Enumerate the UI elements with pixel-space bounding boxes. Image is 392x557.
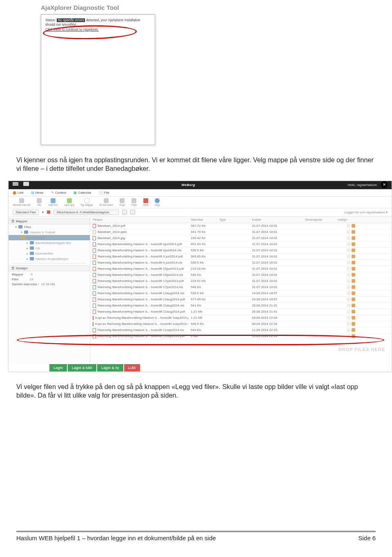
col-type[interactable]: Type: [217, 217, 249, 223]
tree-club[interactable]: ▾Haslum IL Fotball: [9, 230, 90, 235]
col-size[interactable]: Størrelse: [188, 217, 217, 223]
action-icon[interactable]: [352, 334, 355, 338]
action-icon[interactable]: [352, 304, 355, 307]
close-icon[interactable]: ✕: [381, 181, 388, 188]
table-row[interactable]: Kopi av Rannveig Banefordeling Haslum IL…: [90, 315, 392, 321]
tree-child-1[interactable]: ▸Banefotballutvalgets filer: [9, 240, 90, 246]
tb-upload[interactable]: Last opp: [64, 198, 74, 206]
save-button[interactable]: Lagre: [49, 364, 67, 371]
action-icon[interactable]: [347, 304, 350, 307]
action-icon[interactable]: [347, 267, 350, 271]
action-icon[interactable]: [347, 322, 350, 326]
tb-download[interactable]: Last inn: [48, 198, 58, 206]
file-size: 395.65 Kb: [188, 254, 217, 259]
tb-info[interactable]: Opp: [155, 198, 160, 206]
table-row[interactable]: Rannveig Banefordeling Haslum IL - hoved…: [90, 260, 392, 266]
tb-view[interactable]: Vis: [37, 198, 42, 206]
tb-newfolder[interactable]: Ny mappe: [81, 198, 93, 206]
path-input[interactable]: /files/Haslum-IL-Fotball/Banedagbok: [53, 210, 119, 215]
table-row[interactable]: Rannveig Banefordeling Haslum IL - hoved…: [90, 333, 392, 340]
action-icon[interactable]: [347, 224, 350, 228]
save-new-button[interactable]: Lagre & ny: [97, 364, 123, 371]
action-icon[interactable]: [347, 285, 350, 289]
tree-child-2[interactable]: ▸Lib: [9, 246, 90, 251]
action-icon[interactable]: [347, 316, 350, 320]
tab-context[interactable]: ✎Context: [51, 191, 67, 195]
action-icon[interactable]: [352, 285, 355, 289]
tree-files[interactable]: ▾Files: [9, 224, 90, 230]
table-row[interactable]: Rannveig Banefordeling Haslum IL - hoved…: [90, 327, 392, 333]
action-icon[interactable]: [347, 242, 350, 246]
tree-child-4[interactable]: ▸Haslum dropkolleksjon: [9, 256, 90, 262]
action-icon[interactable]: [352, 267, 355, 271]
col-dimensions[interactable]: Dimensjoner: [303, 217, 335, 223]
action-icon[interactable]: [352, 242, 355, 246]
table-row[interactable]: Rannveig Banefordeling Haslum IL - hoved…: [90, 309, 392, 315]
action-icon[interactable]: [347, 230, 350, 234]
table-row[interactable]: Rannveig Banefordeling Haslum IL - hoved…: [90, 266, 392, 272]
table-row[interactable]: Banekart_2014.pdf387.22 Kb31.07.2014 10:…: [90, 223, 392, 229]
action-icon[interactable]: [347, 261, 350, 264]
table-row[interactable]: Rannveig Banefordeling Haslum IL - hoved…: [90, 278, 392, 284]
chevron-down-icon[interactable]: ▾: [42, 210, 44, 214]
logged-in-label[interactable]: Logget inn som ragnarhaslum ▾: [345, 210, 388, 214]
action-icon[interactable]: [347, 310, 350, 313]
action-icon[interactable]: [347, 328, 350, 332]
col-filename[interactable]: Filnavn: [90, 217, 188, 223]
action-icon[interactable]: [352, 248, 355, 252]
close-button[interactable]: Lukk: [124, 364, 140, 371]
action-icon[interactable]: [347, 273, 350, 277]
tb-move[interactable]: Flytt: [131, 198, 136, 206]
action-icon[interactable]: [352, 328, 355, 332]
action-icon[interactable]: [352, 224, 355, 228]
table-row[interactable]: Rannveig Banefordeling Haslum IL - hoved…: [90, 242, 392, 248]
tb-left[interactable]: Venstre behold: [13, 198, 30, 206]
filter-select[interactable]: Standard Filer: [13, 210, 39, 215]
save-close-button[interactable]: Lagre & lukk: [68, 364, 96, 371]
refresh-icon[interactable]: [130, 210, 135, 215]
action-icon[interactable]: [352, 298, 355, 301]
action-icon[interactable]: [347, 255, 350, 258]
action-icon[interactable]: [352, 236, 355, 240]
action-icon[interactable]: [347, 298, 350, 301]
tb-rename[interactable]: Endre navn: [100, 198, 113, 206]
action-icon[interactable]: [347, 236, 350, 240]
col-actions[interactable]: Linklyn: [335, 217, 358, 223]
tb-delete[interactable]: ×Slett: [143, 198, 148, 206]
table-row[interactable]: Banekart_2014.jpg194.42 Kb31.07.2014 10:…: [90, 235, 392, 242]
tab-file[interactable]: 📄File: [99, 191, 109, 195]
table-row[interactable]: Banekart_2014.pptx341.79 Kb31.07.2014 10…: [90, 229, 392, 235]
tab-link[interactable]: ⬤Link: [13, 191, 24, 195]
action-icon[interactable]: [352, 255, 355, 258]
action-icon[interactable]: [352, 273, 355, 277]
action-icon[interactable]: [347, 291, 350, 295]
table-row[interactable]: Kopi av Rannveig Banefordeling Haslum IL…: [90, 321, 392, 327]
menu-icon[interactable]: [13, 182, 18, 186]
action-icon[interactable]: [352, 279, 355, 283]
action-icon[interactable]: [352, 261, 355, 264]
action-icon[interactable]: [352, 316, 355, 320]
table-row[interactable]: Rannveig Banefordeling Haslum IL - hoved…: [90, 248, 392, 254]
folder-icon[interactable]: [23, 182, 29, 186]
action-icon[interactable]: [347, 334, 350, 338]
action-icon[interactable]: [352, 310, 355, 313]
table-row[interactable]: Rannveig Banefordeling Haslum IL - hoved…: [90, 272, 392, 278]
col-modified[interactable]: Endret: [249, 217, 303, 223]
table-row[interactable]: Rannveig Banefordeling Haslum IL - hoved…: [90, 254, 392, 260]
table-row[interactable]: Rannveig Banefordeling Haslum IL - hoved…: [90, 297, 392, 303]
search-icon[interactable]: [122, 210, 127, 215]
action-icon[interactable]: [352, 322, 355, 326]
table-row[interactable]: Rannveig Banefordeling Haslum IL - hoved…: [90, 291, 392, 297]
table-row[interactable]: Rannveig Banefordeling Haslum IL - hoved…: [90, 303, 392, 309]
tree-child-3[interactable]: ▸Dommerfiler: [9, 251, 90, 256]
drop-area[interactable]: DROP FILES HERE: [90, 340, 392, 364]
tree-selected-banedagbok[interactable]: Banedagbok: [9, 235, 90, 240]
action-icon[interactable]: [347, 248, 350, 252]
action-icon[interactable]: [347, 279, 350, 283]
table-row[interactable]: Rannveig Banefordeling Haslum IL - hoved…: [90, 284, 392, 291]
tab-news[interactable]: ▤News: [31, 191, 44, 195]
action-icon[interactable]: [352, 230, 355, 234]
action-icon[interactable]: [352, 291, 355, 295]
tb-copy[interactable]: Kopi: [120, 198, 125, 206]
tab-calendar[interactable]: ▦Calendar: [74, 191, 91, 195]
